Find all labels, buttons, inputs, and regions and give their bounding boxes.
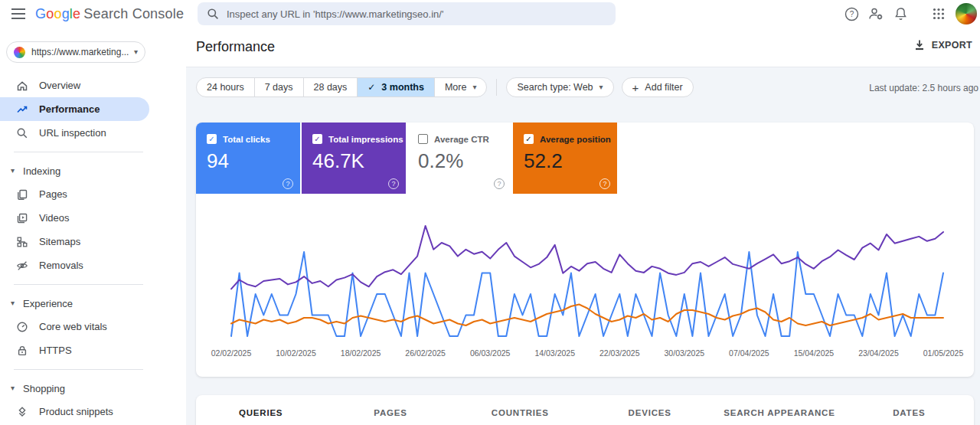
sidebar-nav: Overview Performance URL inspection ▾ In… bbox=[0, 74, 186, 425]
help-icon[interactable]: ? bbox=[388, 178, 399, 189]
sidebar-item-overview[interactable]: Overview bbox=[0, 74, 186, 97]
main-content: Performance EXPORT 24 hours 7 days 28 da… bbox=[186, 28, 980, 425]
chevron-down-icon: ▾ bbox=[11, 299, 15, 307]
videos-icon bbox=[16, 212, 28, 224]
url-inspect-searchbox[interactable] bbox=[198, 2, 616, 25]
logo-letter: e bbox=[73, 6, 80, 22]
apps-grid-icon[interactable] bbox=[926, 2, 951, 26]
filter-toolbar: 24 hours 7 days 28 days ✓3 months More▾ … bbox=[186, 67, 980, 107]
x-axis-label: 22/03/2025 bbox=[599, 348, 640, 358]
search-input[interactable] bbox=[227, 8, 606, 20]
sidebar-item-pages[interactable]: Pages bbox=[0, 182, 186, 206]
logo-letter: g bbox=[62, 6, 70, 22]
dimension-tabs: QUERIES PAGES COUNTRIES DEVICES SEARCH A… bbox=[196, 395, 974, 425]
logo-letter: o bbox=[46, 6, 54, 22]
checkbox-checked-icon[interactable]: ✓ bbox=[207, 134, 217, 144]
property-selector[interactable]: https://www.marketing... ▾ bbox=[6, 41, 145, 63]
range-label: 28 days bbox=[314, 82, 348, 93]
sidebar-item-core-web-vitals[interactable]: Core web vitals bbox=[0, 315, 186, 338]
app-logo[interactable]: Google Search Console bbox=[35, 5, 184, 23]
sidebar-item-label: Core web vitals bbox=[39, 321, 107, 332]
chart-area bbox=[196, 204, 974, 347]
removals-icon bbox=[16, 260, 28, 272]
tab-devices[interactable]: DEVICES bbox=[585, 408, 714, 417]
tab-dates[interactable]: DATES bbox=[844, 408, 974, 417]
https-lock-icon bbox=[16, 345, 28, 357]
metric-value: 94 bbox=[207, 149, 300, 173]
section-label: Indexing bbox=[23, 165, 60, 177]
checkbox-checked-icon[interactable]: ✓ bbox=[524, 134, 534, 144]
avatar[interactable] bbox=[956, 3, 977, 25]
metric-label: Average CTR bbox=[434, 135, 489, 144]
notifications-icon[interactable] bbox=[888, 2, 913, 26]
range-28-days[interactable]: 28 days bbox=[303, 78, 358, 96]
range-more[interactable]: More▾ bbox=[434, 78, 487, 96]
metric-card-total-impressions[interactable]: ✓ Total impressions 46.7K ? bbox=[302, 123, 406, 194]
metric-card-average-ctr[interactable]: Average CTR 0.2% ? bbox=[407, 123, 511, 194]
search-type-chip[interactable]: Search type: Web ▾ bbox=[506, 77, 613, 97]
x-axis-label: 15/04/2025 bbox=[794, 348, 835, 358]
sidebar-section-experience[interactable]: ▾ Experience bbox=[0, 292, 186, 315]
logo-text: Search Console bbox=[83, 6, 184, 22]
tab-search-appearance[interactable]: SEARCH APPEARANCE bbox=[714, 408, 844, 417]
help-icon[interactable]: ? bbox=[839, 2, 864, 26]
series-impressions-line bbox=[231, 226, 943, 289]
chevron-down-icon: ▾ bbox=[599, 83, 603, 91]
tab-pages[interactable]: PAGES bbox=[325, 408, 455, 417]
menu-icon[interactable] bbox=[9, 5, 28, 23]
export-label: EXPORT bbox=[932, 40, 972, 51]
metric-label: Total impressions bbox=[328, 135, 403, 144]
sidebar-section-shopping[interactable]: ▾ Shopping bbox=[0, 377, 186, 400]
logo-letter: G bbox=[35, 6, 46, 22]
sitemaps-icon bbox=[16, 236, 28, 248]
sidebar-item-sitemaps[interactable]: Sitemaps bbox=[0, 230, 186, 253]
sidebar-item-label: HTTPS bbox=[39, 345, 72, 356]
help-icon[interactable]: ? bbox=[283, 178, 293, 189]
performance-chart[interactable] bbox=[196, 204, 974, 347]
plus-icon: + bbox=[632, 81, 639, 94]
checkbox-checked-icon[interactable]: ✓ bbox=[312, 134, 322, 144]
filter-chips: 24 hours 7 days 28 days ✓3 months More▾ … bbox=[196, 77, 701, 97]
sidebar-section-indexing[interactable]: ▾ Indexing bbox=[0, 159, 186, 182]
checkbox-unchecked-icon[interactable] bbox=[418, 134, 428, 144]
manage-users-icon[interactable] bbox=[864, 2, 888, 26]
x-axis-label: 18/02/2025 bbox=[341, 348, 381, 358]
sidebar-item-performance[interactable]: Performance bbox=[0, 97, 149, 121]
sidebar-item-url-inspection[interactable]: URL inspection bbox=[0, 121, 186, 145]
sidebar-divider bbox=[14, 152, 143, 152]
range-3-months[interactable]: ✓3 months bbox=[357, 78, 434, 96]
help-icon[interactable]: ? bbox=[494, 178, 505, 189]
sidebar-item-label: URL inspection bbox=[39, 127, 106, 139]
x-axis-label: 07/04/2025 bbox=[729, 348, 769, 358]
range-7-days[interactable]: 7 days bbox=[254, 78, 303, 96]
sidebar-item-removals[interactable]: Removals bbox=[0, 253, 186, 277]
export-button[interactable]: EXPORT bbox=[914, 39, 972, 51]
metric-value: 52.2 bbox=[524, 149, 617, 173]
range-24-hours[interactable]: 24 hours bbox=[197, 78, 254, 96]
tab-countries[interactable]: COUNTRIES bbox=[456, 408, 585, 417]
sidebar: https://www.marketing... ▾ Overview Perf… bbox=[0, 28, 186, 425]
sidebar-item-product-snippets[interactable]: Product snippets bbox=[0, 400, 186, 423]
metric-card-average-position[interactable]: ✓ Average position 52.2 ? bbox=[513, 123, 617, 194]
metric-cards: ✓ Total clicks 94 ? ✓ Total impressions … bbox=[196, 123, 974, 194]
metric-label: Total clicks bbox=[223, 135, 270, 144]
page-header: Performance EXPORT bbox=[186, 28, 980, 67]
logo-letter: o bbox=[54, 6, 61, 22]
performance-chart-card: ✓ Total clicks 94 ? ✓ Total impressions … bbox=[196, 123, 974, 377]
sidebar-item-label: Overview bbox=[39, 80, 80, 91]
sidebar-item-label: Performance bbox=[39, 103, 100, 115]
last-update-text: Last update: 2.5 hours ago bbox=[869, 83, 978, 93]
chevron-down-icon: ▾ bbox=[472, 83, 476, 91]
chevron-down-icon: ▾ bbox=[11, 167, 15, 175]
add-filter-chip[interactable]: + Add filter bbox=[622, 77, 694, 97]
product-snippets-icon bbox=[16, 406, 28, 418]
sidebar-item-label: Videos bbox=[39, 212, 70, 224]
dimensions-card: QUERIES PAGES COUNTRIES DEVICES SEARCH A… bbox=[196, 395, 974, 425]
metric-card-total-clicks[interactable]: ✓ Total clicks 94 ? bbox=[196, 123, 300, 194]
tab-queries[interactable]: QUERIES bbox=[196, 408, 325, 417]
sidebar-item-https[interactable]: HTTPS bbox=[0, 338, 186, 362]
sidebar-item-videos[interactable]: Videos bbox=[0, 206, 186, 230]
help-icon[interactable]: ? bbox=[599, 178, 610, 189]
range-label: More bbox=[445, 82, 466, 93]
x-axis-label: 02/02/2025 bbox=[211, 348, 252, 358]
